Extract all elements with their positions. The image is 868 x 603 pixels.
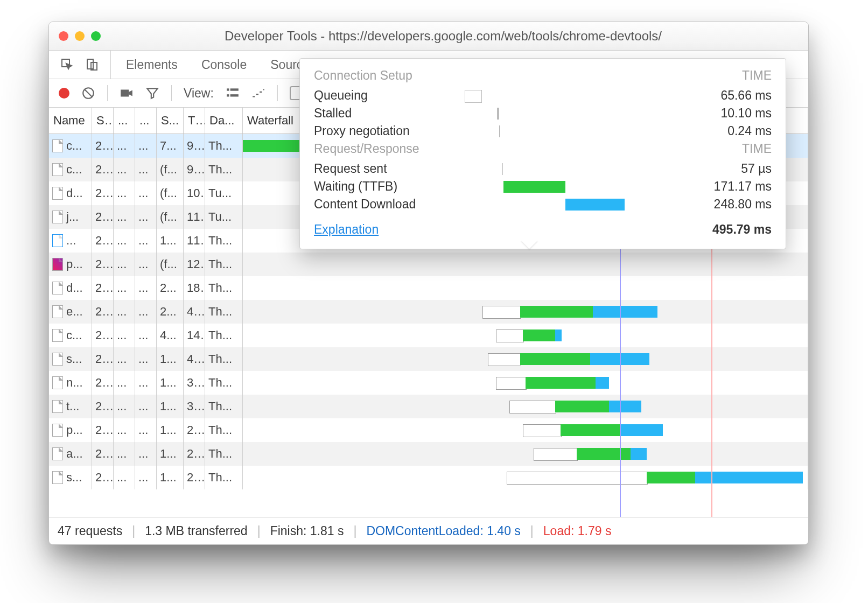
- file-icon: [52, 139, 63, 152]
- file-icon: [52, 282, 63, 295]
- file-icon: [52, 353, 63, 366]
- col-date[interactable]: Da...: [205, 108, 243, 134]
- camera-icon[interactable]: [120, 86, 134, 100]
- file-icon: [52, 424, 63, 437]
- close-icon[interactable]: [59, 31, 68, 41]
- col-status[interactable]: S…: [92, 108, 114, 134]
- file-icon: [52, 400, 63, 413]
- explanation-link[interactable]: Explanation: [314, 222, 379, 237]
- col-initiator[interactable]: ...: [135, 108, 157, 134]
- timing-breakdown-tooltip: Connection SetupTIMEQueueing65.66 msStal…: [299, 58, 786, 249]
- tooltip-row: Request sent57 µs: [314, 162, 772, 176]
- tab-elements[interactable]: Elements: [126, 58, 178, 72]
- table-row[interactable]: n...2…......1...3…Th...: [49, 371, 808, 395]
- svg-rect-4: [121, 90, 129, 97]
- svg-rect-6: [230, 88, 238, 90]
- overview-icon[interactable]: [251, 86, 265, 100]
- col-type[interactable]: ...: [114, 108, 135, 134]
- table-row[interactable]: a...2…......1...2…Th...: [49, 442, 808, 466]
- file-icon: [52, 163, 63, 176]
- table-row[interactable]: p...2…......1...2…Th...: [49, 418, 808, 442]
- tooltip-row: Waiting (TTFB)171.17 ms: [314, 179, 772, 194]
- table-row[interactable]: s...2…......1...4…Th...: [49, 347, 808, 371]
- file-icon: [52, 234, 63, 247]
- file-icon: [52, 187, 63, 200]
- tooltip-section-head: Request/ResponseTIME: [314, 142, 772, 156]
- filter-icon[interactable]: [145, 86, 159, 100]
- file-icon: [52, 471, 63, 484]
- device-toggle-icon[interactable]: [86, 58, 99, 71]
- inspect-icon[interactable]: [61, 58, 74, 71]
- col-name[interactable]: Name: [49, 108, 92, 134]
- svg-rect-1: [87, 59, 93, 69]
- status-dcl: DOMContentLoaded: 1.40 s: [366, 524, 520, 538]
- window-title: Developer Tools - https://developers.goo…: [110, 29, 808, 44]
- large-rows-icon[interactable]: [226, 86, 240, 100]
- status-requests: 47 requests: [58, 524, 122, 538]
- view-label: View:: [184, 86, 214, 101]
- file-icon: [52, 258, 63, 271]
- svg-rect-8: [230, 94, 238, 96]
- status-transferred: 1.3 MB transferred: [145, 524, 247, 538]
- svg-rect-7: [227, 94, 229, 96]
- file-icon: [52, 376, 63, 389]
- table-row[interactable]: e...2…......2...4…Th...: [49, 300, 808, 324]
- status-load: Load: 1.79 s: [543, 524, 612, 538]
- col-time[interactable]: T…: [184, 108, 205, 134]
- table-row[interactable]: p...2…......(f...12…Th...: [49, 253, 808, 276]
- window-controls: [49, 31, 110, 41]
- file-icon: [52, 329, 63, 342]
- col-size[interactable]: S...: [157, 108, 184, 134]
- tab-console[interactable]: Console: [201, 58, 247, 72]
- clear-button[interactable]: [81, 86, 95, 100]
- tooltip-row: Content Download248.80 ms: [314, 197, 772, 212]
- minimize-icon[interactable]: [75, 31, 85, 41]
- tooltip-row: Stalled10.10 ms: [314, 106, 772, 121]
- titlebar: Developer Tools - https://developers.goo…: [49, 22, 808, 51]
- file-icon: [52, 211, 63, 223]
- table-row[interactable]: s...2…......1...2…Th...: [49, 466, 808, 489]
- zoom-icon[interactable]: [91, 31, 101, 41]
- status-finish: Finish: 1.81 s: [270, 524, 344, 538]
- tooltip-section-head: Connection SetupTIME: [314, 68, 772, 83]
- record-button[interactable]: [59, 88, 69, 99]
- tooltip-row: Proxy negotiation0.24 ms: [314, 124, 772, 138]
- svg-rect-5: [227, 88, 229, 90]
- tooltip-total: 495.79 ms: [712, 222, 772, 237]
- file-icon: [52, 447, 63, 460]
- table-row[interactable]: d...2…......2...18…Th...: [49, 276, 808, 300]
- table-row[interactable]: t...2…......1...3…Th...: [49, 395, 808, 418]
- table-row[interactable]: c...2…......4...14…Th...: [49, 324, 808, 347]
- file-icon: [52, 305, 63, 318]
- status-bar: 47 requests| 1.3 MB transferred| Finish:…: [49, 517, 808, 544]
- tooltip-row: Queueing65.66 ms: [314, 88, 772, 103]
